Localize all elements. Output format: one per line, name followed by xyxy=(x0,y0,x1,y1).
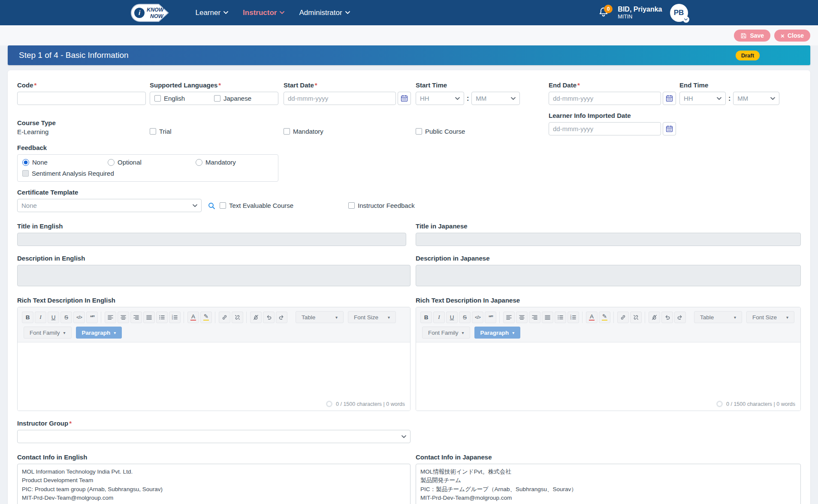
contact-english-textarea[interactable]: MOL Information Technology India Pvt. Lt… xyxy=(17,464,411,504)
table-dropdown[interactable]: Table▾ xyxy=(296,311,344,323)
code-field-group: Code* xyxy=(17,81,150,105)
end-time-minute-select[interactable]: MM xyxy=(733,92,779,105)
certificate-search-button[interactable] xyxy=(208,202,215,210)
blockquote-button[interactable]: “” xyxy=(485,312,496,323)
feedback-none-radio[interactable] xyxy=(22,159,29,166)
feedback-optional-radio[interactable] xyxy=(108,159,115,166)
avatar-chevron-icon xyxy=(683,16,689,23)
caret-down-icon: ▾ xyxy=(462,330,464,335)
highlight-button[interactable]: ✎ xyxy=(200,312,212,323)
align-center-button[interactable] xyxy=(118,312,129,323)
end-time-hour-select[interactable]: HH xyxy=(679,92,726,105)
sentiment-analysis-checkbox xyxy=(22,170,29,177)
menu-item-learner[interactable]: Learner xyxy=(196,9,229,17)
start-date-calendar-button[interactable] xyxy=(398,92,411,105)
contact-japanese-textarea[interactable]: MOL情報技術インドPvt。株式会社 製品開発チーム PIC：製品チームグループ… xyxy=(416,464,801,504)
text-color-button[interactable]: A xyxy=(187,312,199,323)
font-family-dropdown[interactable]: Font Family▾ xyxy=(422,327,470,339)
italic-button[interactable]: I xyxy=(35,312,46,323)
text-color-button[interactable]: A xyxy=(586,312,598,323)
ordered-list-button[interactable]: 123 xyxy=(169,312,181,323)
code-view-button[interactable]: </> xyxy=(73,312,85,323)
bold-icon: B xyxy=(26,314,30,321)
caret-down-icon: ▾ xyxy=(388,315,390,320)
align-justify-button[interactable] xyxy=(143,312,155,323)
strikethrough-button[interactable]: S xyxy=(60,312,72,323)
start-date-input[interactable] xyxy=(284,92,396,105)
align-left-button[interactable] xyxy=(503,312,515,323)
code-view-button[interactable]: </> xyxy=(472,312,483,323)
save-button[interactable]: Save xyxy=(734,30,770,42)
trial-checkbox[interactable] xyxy=(150,128,156,135)
english-checkbox[interactable] xyxy=(154,95,161,102)
italic-icon: I xyxy=(39,314,42,321)
ordered-list-icon: 123 xyxy=(172,314,178,321)
learner-info-date-calendar-button[interactable] xyxy=(663,122,676,135)
italic-button[interactable]: I xyxy=(433,312,445,323)
time-separator: : xyxy=(467,95,469,102)
menu-item-instructor[interactable]: Instructor xyxy=(243,9,284,17)
code-input[interactable] xyxy=(17,92,146,105)
align-justify-button[interactable] xyxy=(542,312,553,323)
unlink-button[interactable] xyxy=(630,312,642,323)
font-size-dropdown[interactable]: Font Size▾ xyxy=(348,311,396,323)
richtext-toolbar: B I U S </> “” xyxy=(18,307,410,342)
font-family-dropdown[interactable]: Font Family▾ xyxy=(24,327,72,339)
avatar[interactable]: PB xyxy=(670,4,688,22)
blockquote-button[interactable]: “” xyxy=(86,312,98,323)
mandatory-checkbox[interactable] xyxy=(284,128,290,135)
strikethrough-button[interactable]: S xyxy=(459,312,471,323)
end-date-calendar-button[interactable] xyxy=(663,92,676,105)
clear-format-icon xyxy=(253,314,259,321)
underline-button[interactable]: U xyxy=(446,312,458,323)
undo-button[interactable] xyxy=(263,312,275,323)
clear-format-button[interactable] xyxy=(250,312,262,323)
bold-button[interactable]: B xyxy=(22,312,33,323)
menu-item-administrator[interactable]: Administrator xyxy=(299,9,350,17)
unordered-list-button[interactable] xyxy=(156,312,168,323)
insert-link-button[interactable] xyxy=(219,312,230,323)
paragraph-dropdown[interactable]: Paragraph▾ xyxy=(76,327,122,339)
title-japanese-input xyxy=(416,233,801,246)
certificate-template-select[interactable]: None xyxy=(17,199,202,212)
text-evaluable-checkbox[interactable] xyxy=(220,202,226,209)
insert-link-button[interactable] xyxy=(617,312,629,323)
required-asterisk: * xyxy=(69,420,72,427)
notifications-button[interactable]: 0 xyxy=(597,6,610,19)
paragraph-dropdown[interactable]: Paragraph▾ xyxy=(474,327,521,339)
unlink-button[interactable] xyxy=(232,312,243,323)
public-course-checkbox[interactable] xyxy=(416,128,422,135)
clear-format-button[interactable] xyxy=(649,312,660,323)
close-button[interactable]: × Close xyxy=(774,30,810,42)
bold-button[interactable]: B xyxy=(420,312,432,323)
align-right-button[interactable] xyxy=(529,312,540,323)
table-dropdown[interactable]: Table▾ xyxy=(694,311,742,323)
align-left-button[interactable] xyxy=(105,312,116,323)
richtext-english-content[interactable] xyxy=(18,342,410,399)
start-time-hour-select[interactable]: HH xyxy=(416,92,464,105)
end-date-input[interactable] xyxy=(549,92,661,105)
ordered-list-button[interactable]: 123 xyxy=(567,312,579,323)
feedback-mandatory-radio[interactable] xyxy=(196,159,202,166)
richtext-japanese-content[interactable] xyxy=(416,342,800,399)
underline-button[interactable]: U xyxy=(48,312,59,323)
instructor-feedback-checkbox[interactable] xyxy=(348,202,355,209)
unordered-list-button[interactable] xyxy=(555,312,566,323)
font-size-dropdown[interactable]: Font Size▾ xyxy=(746,311,794,323)
instructor-group-select[interactable] xyxy=(17,430,411,443)
align-center-button[interactable] xyxy=(516,312,528,323)
required-asterisk: * xyxy=(34,81,37,89)
learner-info-imported-date-input[interactable] xyxy=(549,122,661,135)
start-time-minute-select[interactable]: MM xyxy=(471,92,520,105)
undo-button[interactable] xyxy=(661,312,673,323)
learner-info-imported-date-group: Learner Info Imported Date xyxy=(549,112,679,135)
redo-button[interactable] xyxy=(674,312,686,323)
app-logo[interactable]: i KNOW NOW xyxy=(130,3,170,22)
trial-checkbox-row: Trial xyxy=(150,128,284,135)
highlight-button[interactable]: ✎ xyxy=(599,312,610,323)
redo-button[interactable] xyxy=(276,312,287,323)
align-right-button[interactable] xyxy=(130,312,142,323)
japanese-checkbox[interactable] xyxy=(214,95,220,102)
align-center-icon xyxy=(120,314,127,321)
quote-icon: “” xyxy=(90,314,94,321)
